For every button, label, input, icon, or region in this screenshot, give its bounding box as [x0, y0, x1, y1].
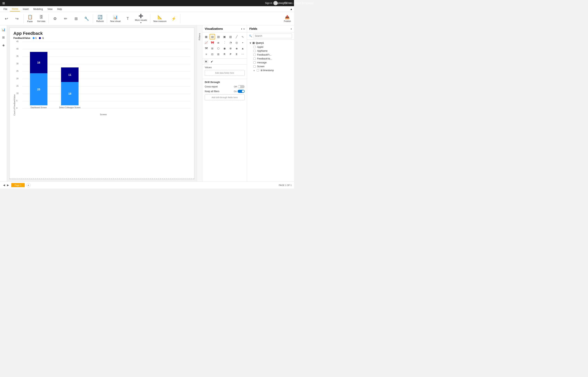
field-feedbackva[interactable]: FeedbackVa... — [250, 57, 292, 61]
viz-nav-left[interactable]: ‹ — [241, 27, 242, 30]
menu-home[interactable]: Home — [10, 7, 20, 12]
checkbox-appname[interactable] — [253, 50, 256, 52]
stacked-bar-1[interactable]: 16 25 — [30, 52, 48, 105]
enter-data-button[interactable]: ⊞ — [71, 16, 81, 22]
viz-icon-ribbon[interactable]: 🎀 — [210, 40, 215, 45]
sign-in-label[interactable]: Sign in — [265, 2, 272, 4]
menu-insert[interactable]: Insert — [21, 7, 31, 11]
get-data-button[interactable]: 🗄 Get data — [36, 14, 47, 23]
cross-report-toggle[interactable] — [238, 85, 245, 88]
viz-icon-area[interactable]: ∿ — [240, 34, 245, 39]
new-visual-button[interactable]: 📊 New visual — [109, 14, 122, 23]
keep-filters-toggle[interactable] — [238, 90, 245, 93]
nav-prev[interactable]: ◀ — [2, 183, 6, 187]
viz-icon-100-stacked[interactable]: ▥ — [228, 34, 233, 39]
checkbox-feedbackva[interactable] — [253, 58, 256, 60]
stacked-bar-2[interactable]: 11 18 — [61, 67, 79, 105]
viz-icon-line-clustered[interactable]: 📈 — [204, 40, 209, 45]
filters-label: Filters — [198, 33, 201, 40]
checkbox-timestamp[interactable] — [257, 69, 259, 71]
page-1-tab[interactable]: Page 1 — [11, 183, 25, 187]
undo-icon: ↩ — [5, 16, 8, 21]
viz-icon-python[interactable]: P — [228, 51, 233, 57]
viz-icon-donut[interactable]: ◎ — [234, 40, 239, 45]
checkbox-appid[interactable] — [253, 46, 256, 48]
drillthrough-drop-zone[interactable]: Add drill-through fields here — [205, 94, 245, 100]
redo-button[interactable]: ↪ — [12, 16, 22, 22]
add-page-button[interactable]: + — [26, 183, 31, 187]
field-timestamp[interactable]: ∨ ⊞ timestamp — [250, 68, 292, 72]
checkbox-screen[interactable] — [253, 65, 256, 68]
viz-icon-multi-row[interactable]: ◈ — [234, 46, 239, 51]
viz-icon-stacked-column[interactable]: ▧ — [216, 34, 221, 39]
publish-button[interactable]: 📤 Publish — [282, 14, 292, 23]
menu-help[interactable]: Help — [55, 7, 64, 11]
chart-plot: 45 40 35 30 25 20 15 10 5 0 — [16, 42, 190, 113]
report-canvas[interactable]: App Feedback FeedbackValue 1 -1 — [9, 28, 194, 179]
query1-header[interactable]: ∨ ⊞ Query1 — [250, 41, 292, 45]
checkbox-message[interactable] — [253, 61, 256, 64]
more-visuals-button[interactable]: ➕ More visuals ▼ — [133, 13, 149, 24]
viz-icon-kpi[interactable]: ▲ — [240, 46, 245, 51]
refresh-button[interactable]: 🔄 Refresh — [95, 14, 105, 23]
ribbon: ↩ ↪ 📋 Paste 🗄 Get data ⚙ ✏ ⊞ 🔧 🔄 Refresh… — [0, 12, 294, 25]
viz-icon-funnel[interactable]: ⬡ — [216, 46, 221, 51]
values-drop-zone[interactable]: Add data fields here — [205, 70, 245, 76]
field-appname[interactable]: AppName — [250, 49, 292, 53]
menu-modeling[interactable]: Modeling — [31, 7, 45, 11]
viz-icon-clustered-column[interactable]: ▣ — [222, 34, 227, 39]
viz-icon-matrix[interactable]: ⊞ — [216, 51, 221, 57]
viz-icon-gauge[interactable]: ◉ — [222, 46, 227, 51]
field-screen[interactable]: Screen — [250, 65, 292, 68]
model-view-button[interactable]: ◈ — [1, 42, 6, 48]
viz-icon-pie[interactable]: ◔ — [228, 40, 233, 45]
bar-label-1: Dashboard Screen — [31, 106, 47, 109]
new-measure-button[interactable]: 📐 New measure — [152, 14, 168, 23]
chart-inner: 45 40 35 30 25 20 15 10 5 0 — [16, 42, 190, 116]
viz-icon-line[interactable]: ╱ — [234, 34, 239, 39]
quick-measure-button[interactable]: ⚡ — [169, 16, 179, 22]
text-box-button[interactable]: T — [123, 16, 132, 22]
viz-icon-clustered-bar[interactable]: ▤ — [210, 34, 215, 39]
transform-button[interactable]: ⚙ — [50, 16, 60, 22]
viz-icon-r-visual[interactable]: R — [222, 51, 227, 57]
field-appid[interactable]: AppId — [250, 45, 292, 49]
viz-panel-header: Visualizations ‹ › — [203, 25, 247, 33]
more-visuals-icon: ➕ — [138, 14, 143, 18]
edit-queries-button[interactable]: ✏ — [61, 16, 70, 22]
nav-next[interactable]: ▶ — [6, 183, 10, 187]
undo-button[interactable]: ↩ — [1, 16, 11, 22]
fields-expand-icon[interactable]: › — [291, 27, 292, 30]
viz-icon-map[interactable]: 🗺 — [204, 46, 209, 51]
search-icon: 🔍 — [249, 35, 252, 37]
viz-icon-scatter[interactable]: ⁚ — [222, 40, 227, 45]
viz-icon-ai-insights[interactable]: E — [234, 51, 239, 57]
viz-icon-slicer[interactable]: ≡ — [204, 51, 209, 57]
transform-icon: ⚙ — [53, 16, 57, 21]
viz-icon-filled-map[interactable]: ⊞ — [210, 46, 215, 51]
paste-button[interactable]: 📋 Paste — [25, 14, 35, 23]
format-tab[interactable]: 🖌 — [209, 59, 215, 64]
report-view-button[interactable]: 📊 — [1, 27, 6, 32]
checkbox-feedbackfr[interactable] — [253, 54, 256, 56]
viz-icon-stacked-bar[interactable]: ▦ — [204, 34, 209, 39]
ribbon-collapse[interactable]: ▲ — [290, 8, 292, 11]
viz-icon-table[interactable]: ⊟ — [210, 51, 215, 57]
build-tab[interactable]: ⊞ — [204, 59, 208, 64]
field-message[interactable]: message — [250, 61, 292, 65]
filters-panel[interactable]: Filters — [197, 25, 203, 181]
fields-search-input[interactable] — [253, 34, 292, 38]
data-view-button[interactable]: ⊞ — [1, 35, 6, 40]
menu-file[interactable]: File — [1, 7, 9, 11]
more-visuals-label: More visuals — [135, 19, 147, 21]
ds-settings-button[interactable]: 🔧 — [82, 16, 91, 22]
viz-icon-card[interactable]: ⊕ — [228, 46, 233, 51]
legend-item-1: 1 — [33, 37, 37, 39]
viz-nav-right[interactable]: › — [244, 27, 245, 30]
drill-through-section: Drill through Cross-report Off Keep all … — [203, 79, 247, 103]
field-feedbackfr[interactable]: FeedbackFr... — [250, 53, 292, 57]
menu-view[interactable]: View — [46, 7, 54, 11]
viz-icon-more[interactable]: ⋯ — [240, 51, 245, 57]
viz-icon-treemap[interactable]: ▪ — [240, 40, 245, 45]
viz-icon-waterfall[interactable]: ≣ — [216, 40, 221, 45]
